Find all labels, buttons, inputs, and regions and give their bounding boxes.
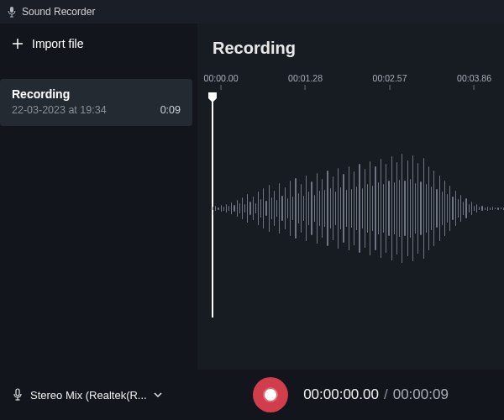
waveform-bar (452, 197, 453, 220)
waveform-bar (474, 206, 475, 211)
waveform-bar (365, 169, 365, 248)
timeline-tick-mark (221, 85, 222, 90)
waveform-bar (375, 166, 375, 250)
waveform-bar (417, 163, 418, 254)
waveform-bar (351, 189, 352, 228)
waveform-bar (378, 182, 379, 234)
waveform-bar (239, 203, 240, 213)
waveform-bar (322, 179, 323, 238)
waveform (213, 137, 504, 280)
waveform-bar (412, 155, 413, 261)
waveform-bar (407, 160, 408, 256)
waveform-bar (436, 189, 437, 228)
waveform-bar (247, 194, 248, 223)
waveform-bar (242, 197, 243, 219)
current-time: 00:00:00.00 (303, 386, 379, 403)
timeline-tick-label: 00:01.28 (288, 73, 323, 83)
waveform-bar (349, 166, 349, 250)
waveform-bar (423, 158, 424, 259)
app-title: Sound Recorder (22, 6, 95, 18)
record-button[interactable] (253, 377, 288, 412)
total-time: 00:00:09 (393, 386, 449, 403)
waveform-bar (324, 190, 325, 227)
waveform-bar (444, 181, 445, 236)
waveform-bar (402, 154, 402, 263)
waveform-bar (298, 193, 299, 223)
waveform-bar (415, 183, 416, 234)
waveform-bar (458, 199, 459, 218)
timecode: 00:00:00.00 / 00:00:09 (303, 386, 449, 403)
waveform-bar (295, 178, 296, 239)
page-title: Recording (213, 39, 494, 58)
waveform-bar (465, 198, 466, 218)
waveform-bar (308, 192, 309, 225)
title-bar: Sound Recorder (0, 0, 504, 24)
waveform-bar (404, 181, 405, 236)
waveform-bar (292, 197, 293, 220)
waveform-bar (410, 179, 411, 238)
waveform-bar (215, 206, 216, 211)
timeline-tick: 00:00.00 (204, 73, 239, 90)
time-separator: / (384, 386, 388, 403)
waveform-bar (287, 198, 288, 218)
waveform-bar (228, 206, 229, 211)
waveform-bar (471, 202, 472, 215)
waveform-bar (306, 176, 307, 241)
bottom-bar: Stereo Mix (Realtek(R... 00:00:00.00 / 0… (0, 370, 504, 420)
waveform-bar (449, 186, 450, 231)
timeline-tick: 00:03.86 (457, 73, 491, 90)
waveform-bar (433, 171, 434, 246)
waveform-bar (476, 204, 477, 213)
waveform-bar (346, 190, 347, 227)
waveform-bar (271, 197, 272, 219)
waveform-bar (281, 196, 282, 221)
waveform-bar (231, 202, 232, 214)
waveform-bar (249, 202, 250, 215)
waveform-bar (340, 187, 341, 229)
waveform-bar (253, 197, 254, 220)
waveform-bar (455, 191, 456, 226)
waveform-bar (269, 185, 270, 232)
timeline-tick-mark (305, 85, 306, 90)
waveform-bar (276, 200, 277, 217)
waveform-bar (485, 207, 486, 210)
recording-item-duration: 0:09 (160, 104, 181, 116)
waveform-bar (487, 207, 488, 211)
import-file-button[interactable]: Import file (0, 30, 197, 57)
timeline-tick-mark (390, 85, 391, 90)
waveform-bar (463, 202, 464, 215)
content-area: Recording 00:00.0000:01.2800:02.5700:03.… (197, 24, 504, 370)
waveform-bar (354, 171, 354, 245)
waveform-bar (333, 176, 333, 240)
waveform-bar (274, 191, 275, 226)
input-device-selector[interactable]: Stereo Mix (Realtek(R... (12, 388, 209, 402)
waveform-bar (367, 184, 368, 233)
waveform-bar (501, 207, 501, 209)
waveform-bar (301, 184, 302, 233)
waveform-bar (317, 173, 318, 244)
waveform-bar (399, 180, 400, 237)
recording-list-item[interactable]: Recording 22-03-2023 at 19:34 0:09 (0, 79, 192, 126)
waveform-bar (234, 205, 234, 212)
waveform-bar (260, 199, 261, 218)
waveform-bar (356, 186, 357, 230)
waveform-bar (460, 195, 461, 222)
waveform-bar (420, 181, 421, 235)
timeline-ruler[interactable]: 00:00.0000:01.2800:02.5700:03.86 (213, 73, 494, 85)
waveform-bar (469, 204, 470, 213)
waveform-bar (442, 192, 443, 225)
waveform-bar (431, 186, 432, 230)
waveform-bar (319, 191, 320, 226)
waveform-bar (388, 181, 389, 236)
waveform-bar (223, 207, 224, 211)
timeline-tick-label: 00:02.57 (373, 73, 407, 83)
waveform-bar (303, 196, 304, 221)
playhead-handle-icon[interactable] (208, 92, 217, 102)
record-icon (265, 389, 276, 401)
waveform-bar (327, 171, 328, 246)
waveform-bar (396, 162, 397, 255)
waveform-bar (343, 174, 344, 243)
recording-item-title: Recording (12, 87, 181, 101)
chevron-down-icon (154, 391, 162, 399)
waveform-bar (481, 206, 482, 211)
